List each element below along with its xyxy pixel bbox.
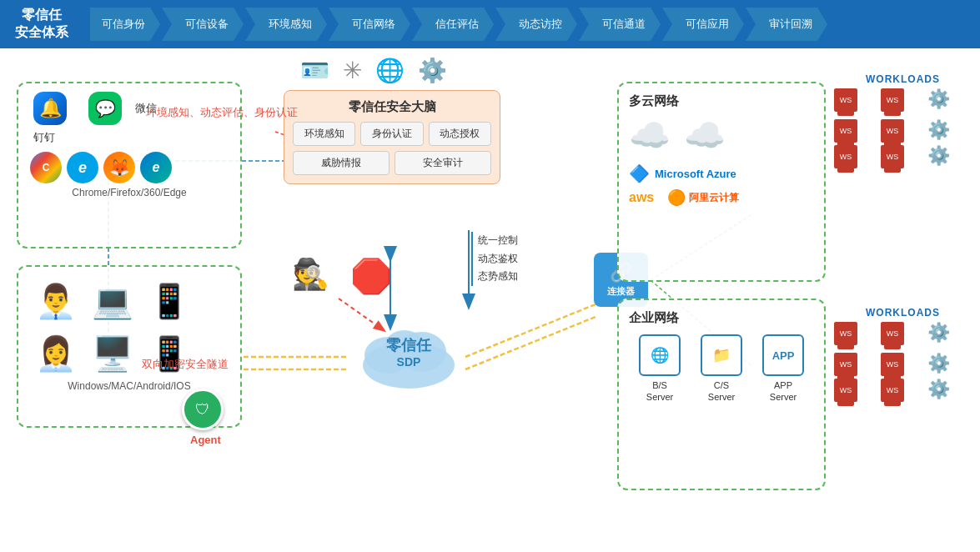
- gear-b-icon-1: ⚙️: [927, 322, 972, 350]
- gear-b-icon-2: ⚙️: [927, 353, 972, 376]
- gear-icon-1: ⚙️: [927, 88, 972, 117]
- gear-icon-2: ⚙️: [927, 119, 972, 143]
- gear-b-icon-3: ⚙️: [927, 379, 972, 402]
- chip-threat: 威胁情报: [293, 151, 389, 175]
- connector-label: 连接器: [607, 285, 635, 298]
- enterprise-box: 企业网络 🌐 B/SServer 📁 C/SServer APP APPServ…: [617, 299, 826, 490]
- chip-env: 环境感知: [293, 122, 355, 146]
- sdp-cloud: 零信任 SDP: [350, 307, 467, 399]
- app-icon-box: APP: [762, 334, 804, 376]
- workload-b-server-1: WS: [834, 322, 857, 345]
- control-text-area: 统一控制 动态鉴权 态势感知: [471, 232, 518, 286]
- svg-line-4: [465, 304, 596, 357]
- bs-server-label: B/SServer: [639, 379, 681, 404]
- banner-steps: 可信身份 可信设备 环境感知 可信网络 信任评估 动态访控 可信通道 可信应用 …: [83, 0, 980, 48]
- workload-server-4: WS: [881, 119, 904, 143]
- server-icons-row: 🌐 B/SServer 📁 C/SServer APP APPServer: [629, 334, 814, 404]
- chip-auth: 身份认证: [360, 122, 423, 146]
- app-server-item: APP APPServer: [762, 334, 804, 404]
- dingtalk-icon: 🔔: [33, 92, 67, 125]
- step-5: 信任评估: [412, 8, 494, 41]
- firefox-icon: 🦊: [103, 152, 135, 183]
- workload-b-server-3: WS: [834, 353, 857, 376]
- tablet-icon: 📱: [148, 282, 190, 321]
- settings-icon: ⚙️: [418, 57, 447, 84]
- snowflake-icon: ✳: [343, 57, 362, 84]
- step-9: 审计回溯: [746, 8, 827, 41]
- workloads-bottom-label: WORKLOADS: [834, 307, 972, 319]
- edge-icon: e: [140, 152, 172, 183]
- agent-badge: 🛡: [182, 389, 224, 430]
- gear-icon-3: ⚙️: [927, 145, 972, 168]
- zt-brain-title: 零信任安全大脑: [293, 99, 491, 115]
- azure-logo: 🔷 Microsoft Azure: [629, 163, 814, 183]
- agent-label: Agent: [190, 434, 221, 446]
- cloud-icon-1: ☁️: [629, 116, 671, 155]
- workload-server-6: WS: [881, 145, 904, 168]
- workload-server-1: WS: [834, 88, 857, 112]
- multi-cloud-title: 多云网络: [629, 93, 814, 109]
- zt-brain-box: 零信任安全大脑 环境感知 身份认证 动态授权 威胁情报 安全审计: [284, 90, 500, 184]
- stop-sign: 🛑: [350, 257, 392, 296]
- step-8: 可信应用: [662, 8, 744, 41]
- chip-audit: 安全审计: [395, 151, 491, 175]
- banner-title: 零信任安全体系: [0, 0, 83, 48]
- cs-server-item: 📁 C/SServer: [701, 334, 742, 404]
- step-2: 可信设备: [162, 8, 244, 41]
- workloads-top-label: WORKLOADS: [834, 73, 972, 85]
- alibaba-logo: 🟠 阿里云计算: [667, 188, 739, 207]
- ie-icon: e: [67, 152, 98, 183]
- workload-server-3: WS: [834, 119, 857, 143]
- hacker-figure: 🕵️: [292, 257, 329, 292]
- step-6: 动态访控: [495, 8, 577, 41]
- workload-server-2: WS: [881, 88, 904, 112]
- desktop-icon: 🖥️: [92, 334, 133, 374]
- multi-cloud-box: 多云网络 ☁️ ☁️ 🔷 Microsoft Azure aws 🟠 阿里云计算: [617, 82, 826, 282]
- female-person-icon: 👩‍💼: [35, 334, 77, 374]
- chip-authz: 动态授权: [429, 122, 491, 146]
- svg-line-5: [465, 317, 596, 369]
- brain-icons: 🪪 ✳ 🌐 ⚙️: [300, 57, 447, 84]
- apps-label: Chrome/Firefox/360/Edge: [27, 187, 232, 198]
- cs-server-label: C/SServer: [701, 379, 742, 404]
- bs-server-item: 🌐 B/SServer: [639, 334, 681, 404]
- wechat-icon: 💬: [88, 92, 122, 125]
- top-banner: 零信任安全体系 可信身份 可信设备 环境感知 可信网络 信任评估 动态访控 可信…: [0, 0, 980, 48]
- cloud-icon-2: ☁️: [684, 116, 726, 155]
- annotation-env: 环境感知、动态评估、身份认证: [146, 105, 298, 120]
- folder-icon: 📁: [701, 334, 742, 376]
- sdp-label-main: 零信任: [386, 337, 431, 355]
- www-icon: 🌐: [639, 334, 681, 376]
- workload-b-server-4: WS: [881, 353, 904, 376]
- workloads-top-right: WORKLOADS WS WS ⚙️ WS WS ⚙️ WS WS ⚙️: [834, 73, 972, 172]
- workloads-bottom-right: WORKLOADS WS WS ⚙️ WS WS ⚙️ WS WS ⚙️: [834, 307, 972, 405]
- sdp-label-sub: SDP: [386, 355, 431, 369]
- male-person-icon: 👨‍💼: [35, 282, 77, 321]
- chrome-icon: C: [30, 152, 62, 183]
- workload-b-server-6: WS: [881, 379, 904, 402]
- step-3: 环境感知: [245, 8, 327, 41]
- main-area: 🪪 ✳ 🌐 ⚙️ 零信任安全大脑 环境感知 身份认证 动态授权 威胁情报 安全审…: [0, 48, 980, 552]
- enterprise-title: 企业网络: [629, 310, 814, 326]
- annotation-tunnel: 双向加密安全隧道: [142, 357, 229, 372]
- globe-icon: 🌐: [375, 57, 405, 84]
- step-1: 可信身份: [90, 8, 160, 41]
- aws-logo: aws: [629, 190, 654, 205]
- user-card-icon: 🪪: [300, 57, 329, 84]
- workload-b-server-2: WS: [881, 322, 904, 345]
- workload-b-server-5: WS: [834, 379, 857, 402]
- app-server-label: APPServer: [762, 379, 804, 404]
- step-4: 可信网络: [329, 8, 410, 41]
- step-7: 可信通道: [579, 8, 661, 41]
- workload-server-5: WS: [834, 145, 857, 168]
- laptop-icon: 💻: [92, 282, 133, 321]
